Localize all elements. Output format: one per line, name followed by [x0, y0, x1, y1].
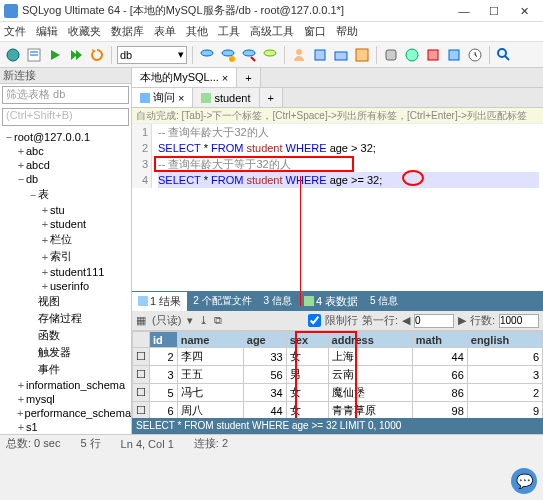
- col-header[interactable]: address: [328, 332, 412, 348]
- col-header[interactable]: id: [150, 332, 178, 348]
- user-icon[interactable]: [290, 46, 308, 64]
- svg-point-4: [229, 56, 235, 62]
- menu-file[interactable]: 文件: [4, 24, 26, 39]
- copy-icon[interactable]: ⧉: [214, 314, 222, 327]
- tool-icon[interactable]: [311, 46, 329, 64]
- tool-icon[interactable]: [240, 46, 258, 64]
- tree-node[interactable]: +栏位: [0, 231, 131, 248]
- tree-node[interactable]: +stu: [0, 203, 131, 217]
- tree-node[interactable]: +information_schema: [0, 378, 131, 392]
- result-tab-5[interactable]: 5 信息: [364, 292, 404, 310]
- col-header[interactable]: age: [243, 332, 286, 348]
- status-conn: 连接: 2: [194, 436, 228, 451]
- execute-icon[interactable]: [46, 46, 64, 64]
- tree-node[interactable]: −db: [0, 172, 131, 186]
- menu-tools[interactable]: 工具: [218, 24, 240, 39]
- tree-node[interactable]: 事件: [0, 361, 131, 378]
- menu-fav[interactable]: 收藏夹: [68, 24, 101, 39]
- menu-db[interactable]: 数据库: [111, 24, 144, 39]
- new-conn-icon[interactable]: [4, 46, 22, 64]
- tool-icon[interactable]: [424, 46, 442, 64]
- tool-icon[interactable]: [332, 46, 350, 64]
- tree-node[interactable]: +abcd: [0, 158, 131, 172]
- sidebar-header: 新连接: [0, 68, 131, 84]
- result-tab-2[interactable]: 2 个配置文件: [187, 292, 257, 310]
- tree-node[interactable]: 视图: [0, 293, 131, 310]
- result-tab-3[interactable]: 3 信息: [258, 292, 298, 310]
- tree-node[interactable]: +student: [0, 217, 131, 231]
- tree-node[interactable]: −root@127.0.0.1: [0, 130, 131, 144]
- autocomplete-hint: 自动完成: [Tab]->下一个标签，[Ctrl+Space]->列出所有标签，…: [132, 108, 543, 124]
- tree-node[interactable]: +mysql: [0, 392, 131, 406]
- maximize-button[interactable]: ☐: [479, 1, 509, 21]
- schedule-icon[interactable]: [466, 46, 484, 64]
- tree-node[interactable]: +s1: [0, 420, 131, 434]
- filter-input[interactable]: 筛选表格 db: [2, 86, 129, 104]
- table-row[interactable]: ☐2李四33女上海446: [133, 348, 543, 366]
- tree-node[interactable]: −表: [0, 186, 131, 203]
- tool-icon[interactable]: [198, 46, 216, 64]
- col-header[interactable]: math: [412, 332, 467, 348]
- tree-node[interactable]: 函数: [0, 327, 131, 344]
- menu-other[interactable]: 其他: [186, 24, 208, 39]
- result-tab-1[interactable]: 1 结果: [132, 292, 187, 311]
- filter-hint: (Ctrl+Shift+B): [2, 108, 129, 126]
- tree-node[interactable]: 触发器: [0, 344, 131, 361]
- refresh-icon[interactable]: [88, 46, 106, 64]
- first-row-input[interactable]: [414, 314, 454, 328]
- tree-node[interactable]: +performance_schema: [0, 406, 131, 420]
- menu-adv[interactable]: 高级工具: [250, 24, 294, 39]
- tool-icon[interactable]: [382, 46, 400, 64]
- minimize-button[interactable]: —: [449, 1, 479, 21]
- row-count-input[interactable]: [499, 314, 539, 328]
- svg-rect-9: [335, 52, 347, 60]
- new-tab-button[interactable]: +: [237, 68, 260, 87]
- svg-rect-17: [140, 93, 150, 103]
- table-tab[interactable]: student: [193, 88, 259, 107]
- titlebar: SQLyog Ultimate 64 - [本地的MySQL服务器/db - r…: [0, 0, 543, 22]
- result-grid[interactable]: idnameagesexaddressmathenglish☐2李四33女上海4…: [132, 331, 543, 418]
- statusbar: 总数: 0 sec 5 行 Ln 4, Col 1 连接: 2: [0, 434, 543, 452]
- tool-icon[interactable]: [403, 46, 421, 64]
- table-row[interactable]: ☐3王五56男云南663: [133, 366, 543, 384]
- export-icon[interactable]: ⤓: [199, 314, 208, 327]
- table-row[interactable]: ☐6周八44女青青草原989: [133, 402, 543, 419]
- execute-all-icon[interactable]: [67, 46, 85, 64]
- query-status: SELECT * FROM student WHERE age >= 32 LI…: [132, 418, 543, 434]
- svg-rect-11: [386, 50, 396, 60]
- svg-point-16: [498, 49, 506, 57]
- close-icon[interactable]: ×: [222, 72, 228, 84]
- col-header[interactable]: sex: [286, 332, 328, 348]
- query-tab[interactable]: 询问×: [132, 88, 193, 107]
- new-tab-button[interactable]: +: [260, 88, 283, 107]
- table-row[interactable]: ☐5冯七34女魔仙堡862: [133, 384, 543, 402]
- limit-checkbox[interactable]: [308, 314, 321, 327]
- new-query-icon[interactable]: [25, 46, 43, 64]
- menu-table[interactable]: 表单: [154, 24, 176, 39]
- close-button[interactable]: ✕: [509, 1, 539, 21]
- sql-editor[interactable]: 1234 -- 查询年龄大于32的人 SELECT * FROM student…: [132, 124, 543, 204]
- menu-edit[interactable]: 编辑: [36, 24, 58, 39]
- db-selector[interactable]: db▾: [117, 46, 187, 64]
- grid-icon[interactable]: ▦: [136, 314, 146, 327]
- chat-button[interactable]: 💬: [511, 468, 537, 494]
- tool-icon[interactable]: [445, 46, 463, 64]
- tree-node[interactable]: +userinfo: [0, 279, 131, 293]
- col-header[interactable]: english: [467, 332, 542, 348]
- svg-point-12: [406, 49, 418, 61]
- tool-icon[interactable]: [261, 46, 279, 64]
- result-tab-4[interactable]: 4 表数据: [298, 292, 364, 311]
- tool-icon[interactable]: [353, 46, 371, 64]
- conn-tab[interactable]: 本地的MySQL...×: [132, 68, 237, 87]
- object-tree[interactable]: −root@127.0.0.1+abc+abcd−db−表+stu+studen…: [0, 128, 131, 434]
- tree-node[interactable]: +abc: [0, 144, 131, 158]
- search-icon[interactable]: [495, 46, 513, 64]
- menu-window[interactable]: 窗口: [304, 24, 326, 39]
- result-toolbar: ▦ (只读) ▾⤓⧉ 限制行 第一行: ◀▶ 行数:: [132, 311, 543, 331]
- tool-icon[interactable]: [219, 46, 237, 64]
- tree-node[interactable]: +student111: [0, 265, 131, 279]
- tree-node[interactable]: +索引: [0, 248, 131, 265]
- col-header[interactable]: name: [177, 332, 243, 348]
- tree-node[interactable]: 存储过程: [0, 310, 131, 327]
- menu-help[interactable]: 帮助: [336, 24, 358, 39]
